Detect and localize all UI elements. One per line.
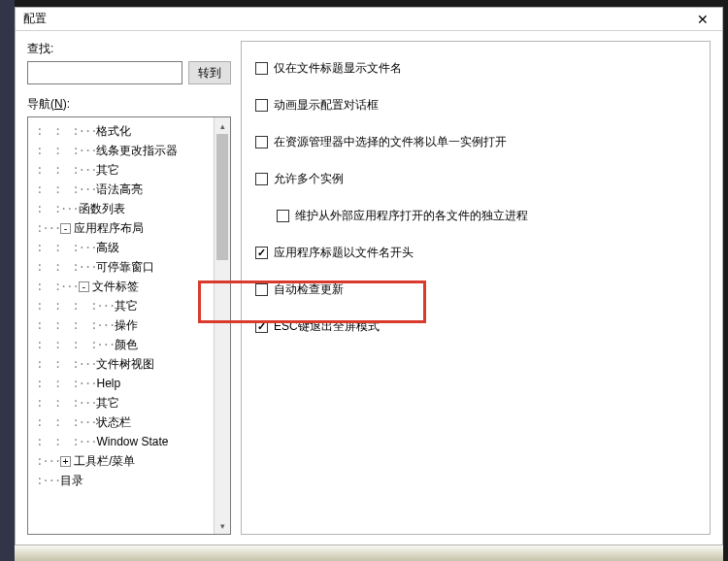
tree-item-label: 操作 [115, 315, 138, 335]
tree-indent: : : :··· [30, 374, 96, 393]
find-row: 转到 [27, 61, 231, 84]
option-label: 应用程序标题以文件名开头 [274, 245, 414, 261]
option-checkbox[interactable] [277, 210, 289, 222]
option-row: 应用程序标题以文件名开头 [255, 244, 696, 261]
tree-item[interactable]: : : :···格式化 [30, 121, 230, 141]
tree-item-label: 状态栏 [96, 412, 131, 432]
tree-indent: : : :··· [30, 393, 96, 412]
tree-item[interactable]: :···目录 [30, 471, 230, 490]
tree-item-label: 文件标签 [92, 277, 139, 296]
tree-indent: : : :··· [30, 432, 96, 451]
tree-item[interactable]: : : : :···颜色 [30, 335, 230, 354]
tree-item-label: 其它 [115, 296, 138, 315]
option-checkbox[interactable] [255, 62, 268, 75]
tree-indent: : :··· [30, 277, 79, 296]
option-row: 动画显示配置对话框 [255, 96, 696, 114]
tree-item-label: Help [96, 374, 120, 393]
tree-item[interactable]: : : : :···操作 [30, 315, 230, 335]
tree-item[interactable]: : : :···可停靠窗口 [30, 257, 230, 277]
tree-item-label: 高级 [96, 238, 119, 257]
expand-icon[interactable]: + [60, 456, 71, 467]
option-row: ESC键退出全屏模式 [255, 317, 696, 335]
scroll-up-icon[interactable]: ▴ [215, 117, 230, 134]
tree-item[interactable]: : :···-文件标签 [30, 277, 230, 296]
option-checkbox[interactable] [255, 173, 268, 185]
scroll-track[interactable] [215, 134, 230, 517]
tree-item-label: 工具栏/菜单 [74, 451, 135, 471]
tree-item[interactable]: : : :···其它 [30, 393, 230, 412]
option-label: 允许多个实例 [274, 171, 344, 187]
dialog-title: 配置 [23, 11, 691, 27]
tree-item[interactable]: : : :···语法高亮 [30, 180, 230, 199]
tree-indent: : : :··· [30, 238, 96, 257]
tree-item-label: 颜色 [115, 335, 138, 354]
scroll-down-icon[interactable]: ▾ [215, 517, 230, 534]
tree-item-label: 线条更改指示器 [96, 141, 178, 160]
option-checkbox[interactable] [255, 99, 268, 112]
tree-indent: :··· [30, 471, 60, 490]
goto-button[interactable]: 转到 [188, 61, 231, 84]
option-label: 动画显示配置对话框 [274, 97, 379, 114]
tree-item-label: 文件树视图 [96, 354, 154, 374]
tree-item[interactable]: : : :···Window State [30, 432, 230, 451]
nav-label-pre: 导航( [27, 97, 54, 111]
option-label: 仅在文件标题显示文件名 [274, 60, 402, 77]
tree-item-label: 其它 [96, 160, 119, 180]
tree-indent: : : :··· [30, 412, 96, 432]
tree-item[interactable]: : : :···文件树视图 [30, 354, 230, 374]
option-checkbox[interactable] [255, 320, 268, 333]
tree-indent: : : :··· [30, 354, 96, 374]
app-side-strip [0, 0, 15, 561]
tree-item[interactable]: : : :···线条更改指示器 [30, 141, 230, 160]
tree-item[interactable]: : : :···高级 [30, 238, 230, 257]
tree-item-label: 语法高亮 [96, 180, 143, 199]
titlebar: 配置 ✕ [16, 8, 722, 31]
tree-item-label: 函数列表 [79, 199, 125, 218]
option-row: 允许多个实例 [255, 170, 696, 187]
option-checkbox[interactable] [255, 247, 268, 259]
tree-indent: :··· [30, 218, 60, 238]
nav-label: 导航(N): [27, 96, 231, 113]
tree-item-label: 其它 [96, 393, 119, 412]
tree-item[interactable]: :···-应用程序布局 [30, 218, 230, 238]
collapse-icon[interactable]: - [79, 281, 89, 292]
close-icon[interactable]: ✕ [691, 12, 714, 27]
nav-tree-inner: : : :···格式化 : : :···线条更改指示器 : : :···其它 :… [28, 117, 230, 494]
option-row: 在资源管理器中选择的文件将以单一实例打开 [255, 133, 696, 150]
tree-item[interactable]: : : :···Help [30, 374, 230, 393]
options-panel: 仅在文件标题显示文件名动画显示配置对话框在资源管理器中选择的文件将以单一实例打开… [241, 41, 711, 535]
nav-label-accel: N [54, 97, 63, 111]
find-label: 查找: [27, 41, 231, 57]
tree-indent: : : : :··· [30, 335, 115, 354]
tree-scrollbar[interactable]: ▴ ▾ [214, 117, 230, 534]
tree-indent: : : : :··· [30, 296, 115, 315]
option-checkbox[interactable] [255, 283, 268, 296]
tree-item[interactable]: : : :···状态栏 [30, 412, 230, 432]
scroll-thumb[interactable] [216, 134, 228, 260]
tree-item[interactable]: : :···函数列表 [30, 199, 230, 218]
tree-indent: : : : :··· [30, 315, 115, 335]
tree-indent: : : :··· [30, 160, 96, 180]
tree-item[interactable]: : : :···其它 [30, 160, 230, 180]
tree-item-label: 应用程序布局 [74, 218, 144, 238]
option-label: 在资源管理器中选择的文件将以单一实例打开 [274, 134, 507, 150]
option-label: 维护从外部应用程序打开的各文件的独立进程 [295, 208, 528, 224]
nav-label-post: ): [63, 97, 70, 111]
option-row: 自动检查更新 [255, 280, 696, 298]
option-label: ESC键退出全屏模式 [274, 318, 380, 335]
find-input[interactable] [27, 61, 182, 84]
tree-indent: : : :··· [30, 121, 96, 141]
tree-item-label: 目录 [60, 471, 83, 490]
tree-indent: : : :··· [30, 141, 96, 160]
tree-indent: : :··· [30, 199, 79, 218]
option-row: 仅在文件标题显示文件名 [255, 59, 696, 77]
option-checkbox[interactable] [255, 136, 268, 148]
tree-item[interactable]: : : : :···其它 [30, 296, 230, 315]
collapse-icon[interactable]: - [60, 223, 71, 234]
left-panel: 查找: 转到 导航(N): : : :···格式化 : : :···线条更改指示… [27, 41, 231, 535]
bottom-shadow [15, 545, 723, 561]
tree-item[interactable]: :···+工具栏/菜单 [30, 451, 230, 471]
option-label: 自动检查更新 [274, 281, 344, 298]
tree-item-label: 格式化 [96, 121, 131, 141]
tree-item-label: 可停靠窗口 [96, 257, 154, 277]
